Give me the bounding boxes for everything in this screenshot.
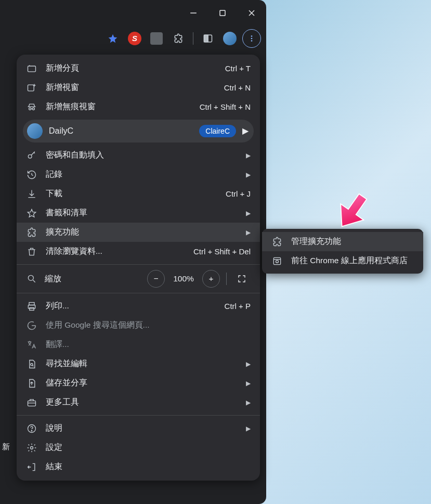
puzzle-icon <box>271 237 283 247</box>
menu-passwords[interactable]: 密碼和自動填入 ▶ <box>17 146 260 165</box>
menu-label: 新增視窗 <box>46 82 216 93</box>
menu-label: 更多工具 <box>46 397 233 408</box>
download-icon <box>26 189 37 199</box>
svg-point-27 <box>31 446 33 449</box>
translate-icon <box>26 340 37 350</box>
minimize-button[interactable] <box>185 5 202 21</box>
svg-point-8 <box>251 37 253 39</box>
menu-downloads[interactable]: 下載 Ctrl + J <box>17 184 260 203</box>
menu-label: 記錄 <box>46 169 233 180</box>
menu-profile-chip[interactable]: DailyC ClaireC ▶ <box>23 120 254 143</box>
fullscreen-button[interactable] <box>233 270 251 288</box>
zoom-out-button[interactable]: − <box>147 270 165 288</box>
side-panel-icon[interactable] <box>199 29 217 48</box>
shortcut: Ctrl + J <box>226 189 251 198</box>
profile-avatar-icon[interactable] <box>220 29 239 48</box>
zoom-label: 縮放 <box>45 274 140 285</box>
menu-label: 清除瀏覽資料... <box>46 246 185 257</box>
close-window-button[interactable] <box>243 5 260 21</box>
menu-label: 說明 <box>46 423 233 434</box>
svg-point-9 <box>251 40 253 42</box>
chevron-right-icon: ▶ <box>246 399 251 406</box>
zoom-value: 100% <box>168 274 199 283</box>
submenu-label: 前往 Chrome 線上應用程式商店 <box>291 255 414 266</box>
puzzle-icon <box>26 227 37 238</box>
menu-google-search[interactable]: 使用 Google 搜尋這個網頁... <box>17 316 260 335</box>
menu-bookmarks[interactable]: 書籤和清單 ▶ <box>17 203 260 223</box>
file-up-icon <box>26 378 37 389</box>
svg-point-16 <box>28 154 32 158</box>
svg-point-22 <box>31 363 33 365</box>
menu-new-incognito[interactable]: 新增無痕視窗 Ctrl + Shift + N <box>17 97 260 117</box>
chevron-right-icon: ▶ <box>246 425 251 432</box>
window-plus-icon <box>26 83 37 93</box>
menu-label: 使用 Google 搜尋這個網頁... <box>46 320 251 331</box>
profile-name: DailyC <box>49 126 193 136</box>
help-icon <box>26 423 37 434</box>
svg-point-17 <box>28 275 33 280</box>
menu-label: 設定 <box>46 442 251 453</box>
menu-label: 新增分頁 <box>46 63 217 74</box>
svg-rect-6 <box>204 35 208 42</box>
chevron-right-icon: ▶ <box>246 210 251 217</box>
chevron-right-icon: ▶ <box>246 229 251 236</box>
menu-more-tools[interactable]: 更多工具 ▶ <box>17 393 260 412</box>
svg-line-23 <box>33 365 34 366</box>
svg-line-18 <box>33 280 35 282</box>
menu-new-window[interactable]: 新增視窗 Ctrl + N <box>17 78 260 97</box>
chevron-right-icon: ▶ <box>246 152 251 159</box>
menu-translate[interactable]: 翻譯... <box>17 335 260 354</box>
menu-label: 下載 <box>46 188 217 199</box>
menu-find-edit[interactable]: 尋找並編輯 ▶ <box>17 354 260 373</box>
shortcut: Ctrl + P <box>225 302 251 311</box>
star-outline-icon <box>26 208 37 218</box>
exit-icon <box>26 462 37 472</box>
sidebar-partial-text: 新 <box>2 442 10 452</box>
svg-point-14 <box>29 108 31 110</box>
shortcut: Ctrl + T <box>225 64 251 73</box>
gear-icon <box>26 443 37 453</box>
maximize-button[interactable] <box>214 5 231 21</box>
menu-zoom-row: 縮放 − 100% + <box>17 268 260 290</box>
menu-clear-data[interactable]: 清除瀏覽資料... Ctrl + Shift + Del <box>17 242 260 261</box>
menu-kebab-button[interactable] <box>242 29 261 48</box>
shortcut: Ctrl + Shift + Del <box>193 247 251 256</box>
extension-grey-icon[interactable] <box>147 29 166 48</box>
menu-label: 擴充功能 <box>46 227 233 238</box>
zoom-in-button[interactable]: + <box>202 270 220 288</box>
menu-exit[interactable]: 結束 <box>17 457 260 476</box>
shortcut: Ctrl + N <box>224 83 251 92</box>
shortcut: Ctrl + Shift + N <box>200 102 251 111</box>
bookmark-star-icon[interactable] <box>103 29 122 48</box>
menu-print[interactable]: 列印... Ctrl + P <box>17 296 260 316</box>
annotation-arrow-icon <box>331 190 377 239</box>
extension-swoosh-icon[interactable]: S <box>125 29 144 48</box>
svg-rect-10 <box>28 66 36 72</box>
svg-point-7 <box>251 35 253 37</box>
svg-rect-28 <box>273 257 280 264</box>
google-g-icon <box>26 320 37 331</box>
menu-label: 翻譯... <box>46 339 251 350</box>
menu-label: 書籤和清單 <box>46 208 233 218</box>
menu-separator <box>17 293 260 293</box>
menu-new-tab[interactable]: 新增分頁 Ctrl + T <box>17 59 260 78</box>
submenu-chrome-web-store[interactable]: 前往 Chrome 線上應用程式商店 <box>262 251 423 270</box>
svg-rect-24 <box>28 400 36 406</box>
menu-label: 儲存並分享 <box>46 378 233 389</box>
chrome-main-menu: 新增分頁 Ctrl + T 新增視窗 Ctrl + N 新增無痕視窗 Ctrl … <box>17 55 260 481</box>
menu-settings[interactable]: 設定 <box>17 438 260 457</box>
menu-extensions[interactable]: 擴充功能 ▶ <box>17 223 260 242</box>
chevron-right-icon: ▶ <box>246 380 251 387</box>
print-icon <box>26 301 37 312</box>
menu-label: 新增無痕視窗 <box>46 101 191 112</box>
menu-separator <box>17 415 260 416</box>
extensions-puzzle-icon[interactable] <box>169 29 188 48</box>
chevron-right-icon: ▶ <box>246 360 251 368</box>
menu-history[interactable]: 記錄 ▶ <box>17 165 260 184</box>
menu-help[interactable]: 說明 ▶ <box>17 419 260 438</box>
key-icon <box>26 150 37 161</box>
store-icon <box>271 256 283 266</box>
menu-save-share[interactable]: 儲存並分享 ▶ <box>17 373 260 393</box>
page-search-icon <box>26 359 37 369</box>
menu-separator <box>17 264 260 265</box>
